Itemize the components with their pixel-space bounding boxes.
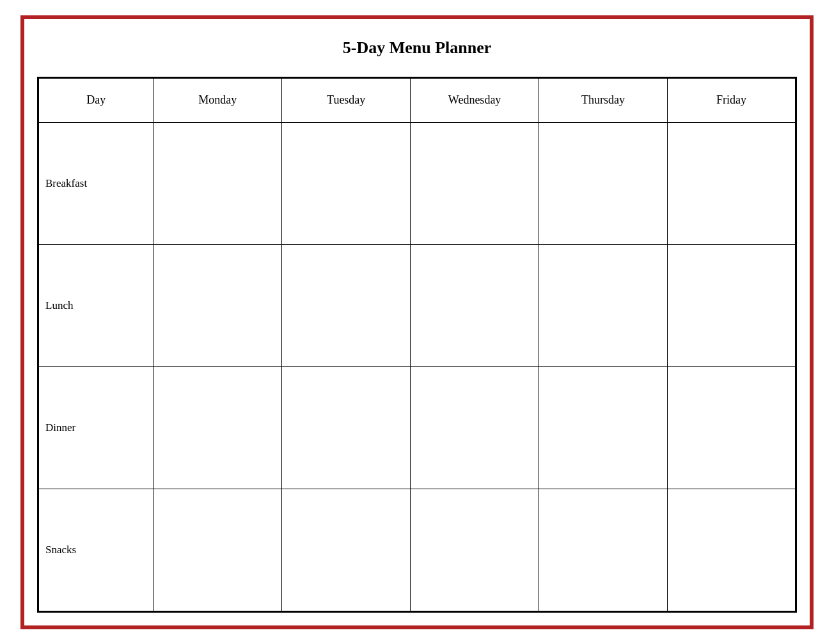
meal-cell-dinner-tuesday[interactable] [282, 367, 411, 489]
meal-cell-dinner-thursday[interactable] [539, 367, 668, 489]
col-header-monday: Monday [153, 77, 282, 122]
meal-cell-breakfast-friday[interactable] [668, 122, 796, 244]
page-title: 5-Day Menu Planner [343, 38, 492, 58]
meal-cell-lunch-monday[interactable] [153, 244, 282, 366]
meal-cell-dinner-friday[interactable] [668, 367, 796, 489]
meal-cell-snacks-friday[interactable] [668, 489, 796, 611]
table-row: Snacks [38, 489, 796, 611]
meal-cell-lunch-friday[interactable] [668, 244, 796, 366]
header-row: Day Monday Tuesday Wednesday Thursday Fr… [38, 77, 796, 122]
meal-label-snacks: Snacks [38, 489, 153, 611]
meal-cell-dinner-wednesday[interactable] [411, 367, 539, 489]
meal-cell-snacks-wednesday[interactable] [411, 489, 539, 611]
meal-cell-breakfast-monday[interactable] [153, 122, 282, 244]
page-container: 5-Day Menu Planner Day Monday Tuesday We… [20, 15, 814, 629]
table-row: Breakfast [38, 122, 796, 244]
meal-cell-lunch-thursday[interactable] [539, 244, 668, 366]
meal-label-breakfast: Breakfast [38, 122, 153, 244]
col-header-tuesday: Tuesday [282, 77, 411, 122]
col-header-wednesday: Wednesday [411, 77, 539, 122]
meal-cell-breakfast-thursday[interactable] [539, 122, 668, 244]
meal-cell-breakfast-tuesday[interactable] [282, 122, 411, 244]
col-header-friday: Friday [668, 77, 796, 122]
meal-label-lunch: Lunch [38, 244, 153, 366]
meal-cell-snacks-tuesday[interactable] [282, 489, 411, 611]
meal-cell-dinner-monday[interactable] [153, 367, 282, 489]
col-header-day: Day [38, 77, 153, 122]
meal-label-dinner: Dinner [38, 367, 153, 489]
planner-table: Day Monday Tuesday Wednesday Thursday Fr… [37, 77, 797, 613]
meal-cell-lunch-tuesday[interactable] [282, 244, 411, 366]
col-header-thursday: Thursday [539, 77, 668, 122]
meal-cell-snacks-monday[interactable] [153, 489, 282, 611]
table-row: Dinner [38, 367, 796, 489]
meal-cell-breakfast-wednesday[interactable] [411, 122, 539, 244]
table-row: Lunch [38, 244, 796, 366]
meal-cell-lunch-wednesday[interactable] [411, 244, 539, 366]
meal-cell-snacks-thursday[interactable] [539, 489, 668, 611]
